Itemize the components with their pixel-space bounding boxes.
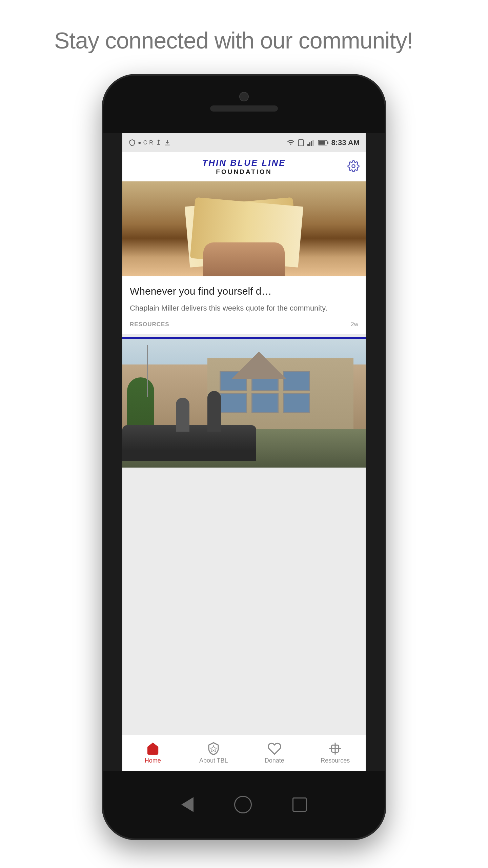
status-icon-3: R — [149, 140, 153, 146]
cross-icon — [328, 742, 342, 756]
page-header: Stay connected with our community! — [0, 0, 488, 74]
phone-speaker — [210, 105, 278, 112]
card-1-time: 2w — [351, 321, 358, 328]
app-title: THIN BLUE LINE FOUNDATION — [202, 158, 286, 176]
wifi-icon — [287, 139, 294, 146]
app-title-line1: THIN BLUE LINE — [202, 158, 286, 168]
nav-label-about: About TBL — [199, 757, 228, 764]
usb-icon — [155, 139, 162, 146]
svg-rect-4 — [312, 140, 314, 146]
feed-card-2[interactable] — [122, 339, 366, 468]
svg-marker-9 — [211, 746, 217, 752]
app-header: THIN BLUE LINE FOUNDATION — [122, 152, 366, 181]
heart-icon — [267, 742, 282, 756]
nav-item-home[interactable]: Home — [122, 735, 183, 771]
card-1-footer: RESOURCES 2w — [130, 321, 358, 328]
shield-status-icon — [128, 139, 136, 146]
status-icons-left: ● C R — [128, 139, 171, 146]
status-time: 8:33 AM — [331, 138, 360, 147]
phone-bottom-bezel — [103, 771, 385, 839]
nav-item-resources[interactable]: Resources — [305, 735, 366, 771]
feed-area: Whenever you find yourself d… Chaplain M… — [122, 181, 366, 735]
recent-button[interactable] — [292, 797, 307, 812]
nav-item-about[interactable]: About TBL — [183, 735, 244, 771]
gear-icon — [347, 160, 360, 172]
card-1-category: RESOURCES — [130, 321, 169, 328]
svg-rect-6 — [319, 141, 325, 144]
page-wrapper: Stay connected with our community! ● C R — [0, 0, 488, 868]
nav-item-donate[interactable]: Donate — [244, 735, 305, 771]
home-icon — [146, 742, 160, 756]
card-1-title: Whenever you find yourself d… — [130, 284, 358, 298]
status-icon-2: C — [143, 140, 147, 146]
svg-rect-3 — [311, 141, 312, 146]
status-bar: ● C R 8:33 AM — [122, 133, 366, 152]
back-button[interactable] — [181, 797, 194, 812]
app-title-line2: FOUNDATION — [202, 168, 286, 176]
feed-card-1[interactable]: Whenever you find yourself d… Chaplain M… — [122, 181, 366, 334]
nav-label-donate: Donate — [265, 757, 284, 764]
page-header-text: Stay connected with our community! — [54, 27, 413, 53]
nav-label-home: Home — [145, 757, 161, 764]
svg-rect-2 — [309, 142, 310, 146]
status-icons-right: 8:33 AM — [287, 138, 360, 147]
svg-rect-7 — [327, 142, 328, 144]
bottom-nav: Home About TBL Donate — [122, 735, 366, 771]
signal-icon — [307, 139, 316, 146]
phone-screen: ● C R 8:33 AM THIN BLUE LINE — [122, 133, 366, 771]
sim-icon — [297, 139, 305, 146]
nav-label-resources: Resources — [321, 757, 350, 764]
svg-point-8 — [352, 164, 355, 167]
settings-button[interactable] — [347, 160, 360, 174]
card-1-content: Whenever you find yourself d… Chaplain M… — [122, 276, 366, 334]
card-1-description: Chaplain Miller delivers this weeks quot… — [130, 302, 358, 314]
svg-rect-0 — [299, 140, 304, 146]
shield-about-icon — [206, 742, 221, 756]
home-button[interactable] — [234, 796, 252, 813]
phone-top-bezel — [103, 76, 385, 133]
phone-shell: ● C R 8:33 AM THIN BLUE LINE — [102, 74, 386, 840]
card-1-image — [122, 181, 366, 276]
battery-icon — [318, 139, 328, 146]
download-icon — [164, 139, 171, 146]
status-icon-1: ● — [138, 140, 141, 146]
svg-rect-1 — [307, 144, 309, 146]
phone-nav-buttons — [181, 796, 307, 813]
phone-camera — [239, 92, 249, 101]
